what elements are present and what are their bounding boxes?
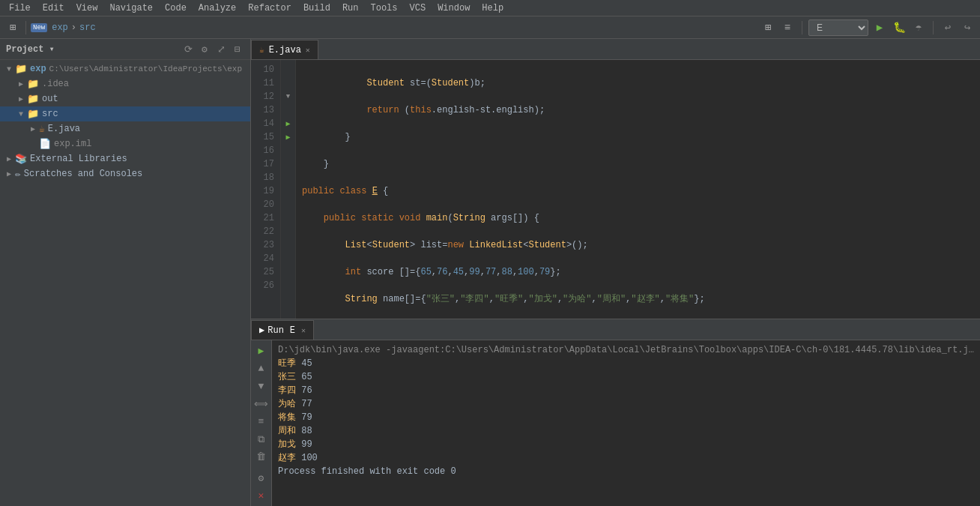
run-config-select[interactable]: E	[808, 19, 868, 36]
undo-button[interactable]: ↩	[940, 19, 956, 36]
run-again-btn[interactable]: ▶	[253, 343, 270, 358]
run-output[interactable]: D:\jdk\bin\java.exe -javaagent:C:\Users\…	[272, 340, 980, 506]
bottom-panel: ▶ Run E ✕ ▶ ▲ ▼ ⟺ ≡ ⧉ 🗑 ⚙ ✕	[251, 319, 980, 506]
folder-exp-icon: 📁	[15, 63, 27, 75]
menu-code[interactable]: Code	[159, 1, 193, 15]
tree-item-out[interactable]: ▶ 📁 out	[0, 91, 250, 106]
run-sidebar: ▶ ▲ ▼ ⟺ ≡ ⧉ 🗑 ⚙ ✕	[251, 340, 272, 506]
file-ejava-icon: ☕	[39, 123, 45, 135]
expand-all-icon[interactable]: ⤢	[214, 43, 228, 56]
menu-view[interactable]: View	[70, 1, 104, 15]
output-line-8: 赵李 100	[278, 451, 974, 465]
tree-item-exp[interactable]: ▼ 📁 exp C:\Users\Administrator\IdeaProje…	[0, 61, 250, 76]
breadcrumb-src[interactable]: src	[79, 22, 96, 33]
project-title: Project ▾	[6, 43, 55, 55]
tree-arrow-ejava[interactable]: ▶	[27, 124, 39, 133]
project-tools: ⟳ ⚙ ⤢ ⊟	[181, 43, 244, 56]
code-editor[interactable]: 10 11 12 13 14 15 16 17 18 19 20 21 22 2…	[251, 60, 980, 319]
output-line-2: 张三 65	[278, 370, 974, 384]
tree-item-extlibs[interactable]: ▶ 📚 External Libraries	[0, 151, 250, 166]
menu-window[interactable]: Window	[432, 1, 476, 15]
debug-button[interactable]: 🐛	[891, 19, 907, 36]
scratches-icon: ✏️	[15, 168, 21, 180]
toolbar-layout-btn[interactable]: ⊞	[4, 19, 21, 36]
run-settings-btn[interactable]: ⚙	[253, 471, 270, 486]
menu-navigate[interactable]: Navigate	[103, 1, 159, 15]
collapse-icon[interactable]: ⊟	[231, 43, 244, 56]
code-content[interactable]: Student st=(Student)b; return (this.engl…	[296, 60, 980, 319]
editor-area: ☕ E.java ✕ 10 11 12 13 14 15 16 17 18 19…	[251, 39, 980, 506]
toolbar: ⊞ New exp › src ⊞ ≡ E ▶ 🐛 ☂ ↩ ↪	[0, 16, 980, 39]
breadcrumb: New exp › src	[31, 22, 96, 33]
bottom-tab-run-label: Run	[267, 325, 284, 336]
menu-help[interactable]: Help	[476, 1, 509, 15]
run-clear-btn[interactable]: 🗑	[253, 450, 270, 465]
bottom-tab-run[interactable]: ▶ Run E ✕	[251, 320, 314, 340]
line-numbers: 10 11 12 13 14 15 16 17 18 19 20 21 22 2…	[251, 60, 281, 319]
output-line-5: 将集 79	[278, 411, 974, 424]
run-command-line: D:\jdk\bin\java.exe -javaagent:C:\Users\…	[278, 343, 974, 357]
tab-ejava-close[interactable]: ✕	[306, 46, 310, 55]
bottom-content: ▶ ▲ ▼ ⟺ ≡ ⧉ 🗑 ⚙ ✕ D:\jdk\bin\java.exe -j…	[251, 340, 980, 506]
output-line-3: 李四 76	[278, 384, 974, 397]
toolbar-sep-1	[25, 21, 26, 34]
bottom-tab-run-close[interactable]: ✕	[301, 326, 306, 335]
run-stop-btn[interactable]: ✕	[253, 488, 270, 503]
tree-item-scratches[interactable]: ▶ ✏️ Scratches and Consoles	[0, 166, 250, 181]
tree-arrow-scratches[interactable]: ▶	[3, 169, 15, 178]
tree-label-expiml: exp.iml	[54, 139, 91, 149]
project-tree: ▼ 📁 exp C:\Users\Administrator\IdeaProje…	[0, 60, 250, 506]
menu-build[interactable]: Build	[297, 1, 336, 15]
file-iml-icon: 📄	[39, 138, 51, 150]
toolbar-nav-buttons: ⊞ New exp › src	[4, 19, 96, 36]
run-gutter-15[interactable]: ▶	[281, 130, 295, 144]
menu-file[interactable]: File	[3, 1, 37, 15]
menu-bar: File Edit View Navigate Code Analyze Ref…	[0, 0, 980, 16]
tree-label-src: src	[42, 109, 58, 119]
menu-edit[interactable]: Edit	[37, 1, 70, 15]
menu-analyze[interactable]: Analyze	[193, 1, 242, 15]
settings-icon[interactable]: ⚙	[198, 43, 211, 56]
tree-arrow-src[interactable]: ▼	[15, 110, 27, 118]
toolbar-icon-list[interactable]: ≡	[779, 19, 796, 36]
folder-idea-icon: 📁	[27, 78, 39, 90]
redo-button[interactable]: ↪	[959, 19, 976, 36]
bottom-tabs: ▶ Run E ✕	[251, 319, 980, 340]
menu-run[interactable]: Run	[336, 1, 365, 15]
main-layout: Project ▾ ⟳ ⚙ ⤢ ⊟ ▼ 📁 exp C:\Users\Admin…	[0, 39, 980, 506]
tree-label-out: out	[42, 94, 58, 104]
menu-vcs[interactable]: VCS	[404, 1, 432, 15]
run-gutter-14[interactable]: ▶	[281, 117, 295, 130]
tree-arrow-extlibs[interactable]: ▶	[3, 154, 15, 163]
toolbar-icon-grid[interactable]: ⊞	[760, 19, 776, 36]
run-wrap-btn[interactable]: ⟺	[253, 397, 270, 412]
tree-item-expiml[interactable]: 📄 exp.iml	[0, 136, 250, 151]
tree-item-idea[interactable]: ▶ 📁 .idea	[0, 76, 250, 91]
sync-icon[interactable]: ⟳	[181, 43, 195, 56]
tree-path-exp: C:\Users\Administrator\IdeaProjects\exp	[49, 64, 242, 73]
coverage-button[interactable]: ☂	[910, 19, 927, 36]
run-icon: ▶	[259, 325, 264, 336]
tree-label-exp: exp	[30, 64, 46, 74]
toolbar-sep-2	[802, 21, 802, 34]
breadcrumb-exp[interactable]: exp	[52, 22, 68, 33]
tree-label-ejava: E.java	[48, 124, 80, 134]
run-filter-btn[interactable]: ≡	[253, 415, 270, 430]
menu-refactor[interactable]: Refactor	[242, 1, 297, 15]
run-scroll-down-btn[interactable]: ▼	[253, 379, 270, 394]
menu-tools[interactable]: Tools	[365, 1, 404, 15]
tree-label-scratches: Scratches and Consoles	[24, 169, 142, 179]
run-button[interactable]: ▶	[871, 19, 888, 36]
tree-arrow-idea[interactable]: ▶	[15, 79, 27, 88]
folder-out-icon: 📁	[27, 93, 39, 105]
tree-arrow-out[interactable]: ▶	[15, 94, 27, 103]
run-scroll-up-btn[interactable]: ▲	[253, 361, 270, 376]
tree-label-idea: .idea	[42, 79, 69, 89]
tree-arrow-exp[interactable]: ▼	[3, 65, 15, 73]
run-copy-btn[interactable]: ⧉	[253, 432, 270, 447]
tree-item-src[interactable]: ▼ 📁 src	[0, 106, 250, 121]
tab-ejava[interactable]: ☕ E.java ✕	[251, 40, 318, 59]
project-header: Project ▾ ⟳ ⚙ ⤢ ⊟	[0, 39, 250, 60]
tab-ejava-icon: ☕	[259, 45, 264, 55]
tree-item-ejava[interactable]: ▶ ☕ E.java	[0, 121, 250, 136]
